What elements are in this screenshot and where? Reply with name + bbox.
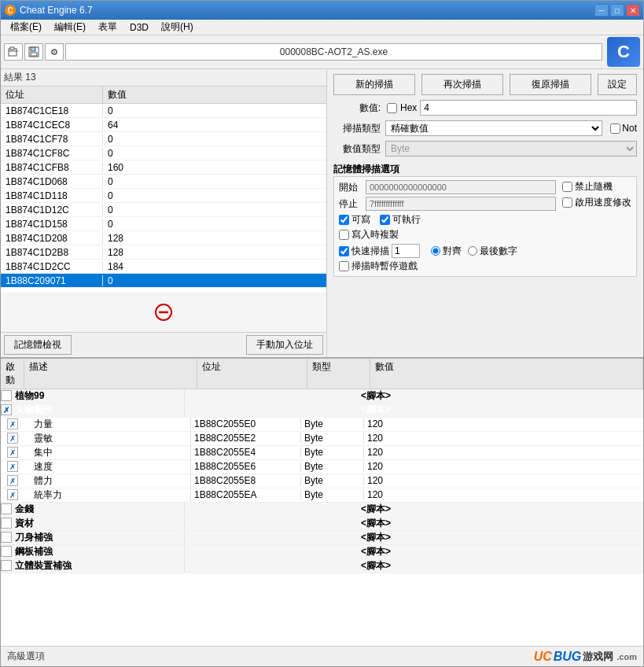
align-label: 對齊 [443,245,462,258]
maximize-button[interactable]: □ [610,4,624,17]
value-cell: 184 [103,261,326,272]
not-checkbox[interactable] [610,123,620,134]
value-label: 數值: [333,101,381,115]
address-cell: 1B874C1D208 [1,233,103,244]
toolbar-open[interactable] [4,43,23,61]
readable-checkbox[interactable] [339,215,349,225]
address-row[interactable]: 1B874C1D2CC184 [1,260,326,274]
address-row[interactable]: 1B874C1CEC864 [1,118,326,132]
last-digit-radio-input[interactable] [468,246,477,256]
address-row[interactable]: 1B874C1CF780 [1,132,326,146]
process-name-bar[interactable]: 000008BC-AOT2_AS.exe [65,43,602,61]
active-checkbox[interactable] [1,404,12,415]
active-checkbox[interactable] [1,532,12,543]
align-radio-input[interactable] [431,246,440,256]
value-input[interactable] [420,100,637,116]
active-checkbox[interactable] [7,475,18,486]
restore-scan-button[interactable]: 復原掃描 [510,74,591,95]
scan-type-select[interactable]: 精確數值 [385,120,602,136]
desc-cell: 鋼板補強 [12,545,185,558]
address-row[interactable]: 1B874C1D2B8128 [1,245,326,260]
cheat-row[interactable]: 體力 1B88C2055E8 Byte 120 [1,474,643,488]
col-type-header: 類型 [307,359,370,389]
menu-help[interactable]: 說明(H) [155,19,200,35]
active-checkbox[interactable] [1,560,12,571]
scan-type-label: 掃描類型 [333,122,381,135]
cheat-row[interactable]: 刀身補強 <腳本> [1,531,643,545]
active-checkbox[interactable] [7,433,18,444]
value-cell: 64 [103,120,326,131]
start-input[interactable] [366,180,556,194]
menu-file[interactable]: 檔案(E) [4,19,48,35]
fast-scan-input[interactable] [392,244,420,258]
close-button[interactable]: ✕ [626,4,640,17]
toolbar-settings[interactable] [45,43,64,61]
address-row[interactable]: 1B874C1D208128 [1,231,326,245]
new-scan-button[interactable]: 新的掃描 [333,74,415,95]
address-row[interactable]: 1B874C1CFB8160 [1,160,326,175]
cheat-row[interactable]: 金錢 <腳本> [1,503,643,517]
fast-scan-checkbox[interactable] [339,246,349,256]
cheat-row[interactable]: 統率力 1B88C2055EA Byte 120 [1,488,643,503]
menu-edit[interactable]: 編輯(E) [48,19,92,35]
menu-d3d[interactable]: D3D [123,20,155,35]
hex-checkbox[interactable] [387,103,397,113]
cheat-row[interactable]: 集中 1B88C2055E4 Byte 120 [1,446,643,460]
address-row[interactable]: 1B874C1CF8C0 [1,146,326,160]
active-checkbox[interactable] [7,489,18,500]
executable-checkbox[interactable] [380,215,390,225]
address-row[interactable]: 1B874C1D0680 [1,175,326,189]
value-cell: 128 [103,247,326,258]
active-checkbox[interactable] [1,503,12,514]
address-row[interactable]: 1B874C1CE180 [1,104,326,118]
cheat-row[interactable]: 速度 1B88C2055E6 Byte 120 [1,460,643,474]
val-cell: 120 [364,489,643,500]
active-checkbox[interactable] [7,418,18,429]
active-checkbox[interactable] [1,518,12,529]
delete-scan-icon[interactable] [155,304,172,321]
not-checkbox-area: Not [610,123,637,134]
cheat-row[interactable]: 植物99 <腳本> [1,389,643,404]
value-row: 數值: Hex [333,100,637,116]
address-row[interactable]: 1B88C2090710 [1,274,326,288]
val-cell: 120 [364,475,643,486]
cheat-row[interactable]: 力量 1B88C2055E0 Byte 120 [1,418,643,432]
use-speed-checkbox[interactable] [562,197,572,208]
address-cell: 1B874C1CFB8 [1,162,103,173]
cheat-row[interactable]: 鋼板補強 <腳本> [1,545,643,559]
desc-cell: 植物99 [12,389,185,403]
active-checkbox[interactable] [1,390,12,401]
stop-input[interactable] [366,197,556,211]
active-checkbox[interactable] [7,447,18,458]
process-name: 000008BC-AOT2_AS.exe [280,46,388,57]
cheat-list[interactable]: 植物99 <腳本> 人物屬性 <腳本> 力量 1B88C2055E0 Byte … [1,389,643,647]
menu-table[interactable]: 表單 [92,19,123,35]
advanced-options-link[interactable]: 高級選項 [7,650,45,663]
cheat-row[interactable]: 人物屬性 <腳本> [1,404,643,418]
toolbar-save[interactable] [24,43,43,61]
mem-scan-section: 記憶體掃描選項 開始 停止 [333,161,637,277]
readable-check: 可寫 [339,213,370,227]
address-list[interactable]: 1B874C1CE1801B874C1CEC8641B874C1CF7801B8… [1,104,326,293]
cheat-row[interactable]: 立體裝置補強 <腳本> [1,559,643,573]
pause-game-checkbox[interactable] [339,261,349,271]
cheat-row[interactable]: 靈敏 1B88C2055E2 Byte 120 [1,432,643,446]
not-label: Not [622,123,637,134]
settings-button[interactable]: 設定 [598,74,637,95]
address-row[interactable]: 1B874C1D1580 [1,217,326,231]
no-random-checkbox[interactable] [562,182,572,192]
fast-scan-item: 快速掃描 [339,244,420,258]
value-type-select[interactable]: Byte [385,141,637,157]
minimize-button[interactable]: ─ [594,4,609,17]
address-row[interactable]: 1B874C1D12C0 [1,203,326,217]
pause-game-row: 掃描時暫停遊戲 [339,260,556,273]
manual-add-button[interactable]: 手動加入位址 [246,335,323,355]
cheat-row[interactable]: 資材 <腳本> [1,517,643,531]
writable-checkbox[interactable] [339,230,349,240]
active-checkbox[interactable] [7,461,18,472]
active-checkbox[interactable] [1,546,12,557]
rescan-button[interactable]: 再次掃描 [421,74,503,95]
address-row[interactable]: 1B874C1D1180 [1,189,326,203]
addr-cell: 1B88C2055E4 [191,447,301,458]
mem-view-button[interactable]: 記憶體檢視 [4,335,72,355]
